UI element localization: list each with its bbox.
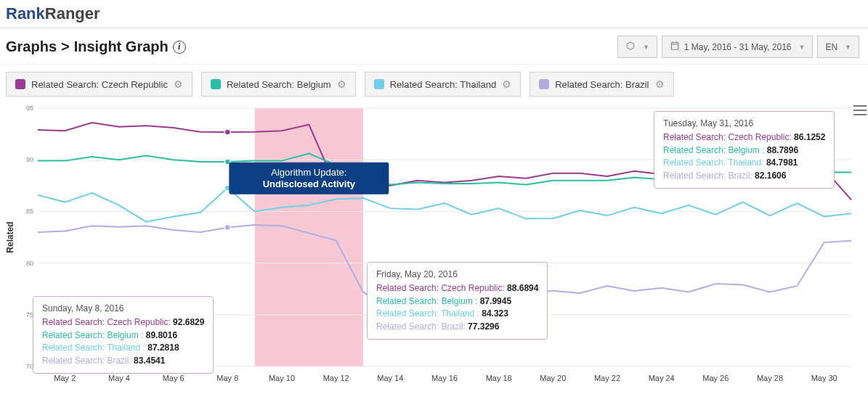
- series-swatch: [539, 79, 549, 89]
- chevron-down-icon: ▼: [643, 44, 649, 51]
- x-tick-label: May 18: [486, 374, 512, 382]
- y-tick-label: 80: [26, 260, 33, 267]
- x-tick-label: May 16: [431, 374, 458, 382]
- series-pill-label: Related Search: Brazil: [555, 79, 649, 90]
- series-pill-belgium[interactable]: Related Search: Belgium ⚙: [201, 72, 356, 97]
- language-button[interactable]: EN ▼: [817, 36, 859, 58]
- x-tick-label: May 10: [269, 374, 295, 382]
- series-marker[interactable]: [224, 224, 230, 230]
- calendar-icon: [670, 41, 680, 53]
- chart-menu-icon[interactable]: [853, 105, 867, 115]
- x-tick-label: May 20: [540, 374, 566, 382]
- tooltip-row: Related Search: Thailand : 87.2818: [42, 342, 204, 354]
- app-logo: RankRanger: [0, 0, 868, 25]
- tooltip-may8: Sunday, May 8, 2016Related Search: Czech…: [33, 296, 214, 374]
- series-swatch: [211, 79, 221, 89]
- series-swatch: [15, 79, 25, 89]
- series-pill-brazil[interactable]: Related Search: Brazil⚙: [530, 72, 673, 97]
- gear-icon[interactable]: ⚙: [174, 78, 183, 90]
- tooltip-row: Related Search: Brazil: 82.1606: [663, 170, 825, 182]
- cube-menu-button[interactable]: ▼: [617, 36, 657, 58]
- tooltip-row: Related Search: Belgium : 89.8016: [42, 329, 204, 342]
- x-tick-label: May 22: [594, 374, 620, 382]
- tooltip-row: Related Search: Brazil: 77.3296: [376, 321, 538, 333]
- breadcrumb-sep: >: [61, 38, 70, 55]
- tooltip-row: Related Search: Czech Republic: 88.6894: [376, 282, 538, 295]
- x-tick-label: May 6: [163, 374, 184, 382]
- chart-panel: 707580859095RelatedMay 2May 4May 6May 8M…: [0, 104, 868, 390]
- series-pill-row: Related Search: Czech Republic⚙Related S…: [0, 65, 868, 104]
- tooltip-may20: Friday, May 20, 2016Related Search: Czec…: [367, 262, 548, 340]
- breadcrumb: Graphs > Insight Graph i: [6, 38, 186, 55]
- x-tick-label: May 12: [323, 374, 349, 382]
- tooltip-may31: Tuesday, May 31, 2016Related Search: Cze…: [654, 111, 835, 189]
- series-pill-thailand[interactable]: Related Search: Thailand⚙: [365, 72, 521, 97]
- breadcrumb-leaf: Insight Graph: [74, 38, 169, 55]
- gear-icon[interactable]: ⚙: [655, 78, 665, 90]
- series-marker[interactable]: [224, 129, 230, 135]
- date-range-button[interactable]: 1 May, 2016 - 31 May, 2016 ▼: [662, 36, 814, 58]
- algorithm-update-line2: Undisclosed Activity: [263, 179, 356, 189]
- y-tick-label: 85: [26, 208, 33, 215]
- logo-part-ranger: Ranger: [45, 4, 100, 22]
- series-pill-czech[interactable]: Related Search: Czech Republic⚙: [6, 72, 192, 97]
- x-tick-label: May 30: [811, 374, 837, 382]
- y-axis-title: Related: [5, 221, 15, 253]
- tooltip-date: Tuesday, May 31, 2016: [663, 118, 825, 130]
- x-tick-label: May 8: [216, 374, 238, 382]
- y-tick-label: 95: [26, 104, 33, 112]
- tooltip-row: Related Search: Thailand : 84.323: [376, 308, 538, 320]
- tooltip-row: Related Search: Brazil: 83.4541: [42, 355, 204, 367]
- tooltip-date: Friday, May 20, 2016: [376, 268, 538, 281]
- x-tick-label: May 2: [54, 374, 76, 382]
- x-tick-label: May 28: [757, 374, 783, 382]
- language-label: EN: [825, 42, 837, 52]
- y-tick-label: 90: [26, 156, 33, 163]
- series-pill-label: Related Search: Thailand: [390, 79, 496, 90]
- tooltip-row: Related Search: Czech Republic: 92.6829: [42, 316, 204, 329]
- algorithm-update-band: [255, 108, 363, 366]
- x-tick-label: May 4: [108, 374, 130, 382]
- logo-part-rank: Rank: [6, 4, 45, 22]
- tooltip-row: Related Search: Belgium : 87.9945: [376, 295, 538, 308]
- gear-icon[interactable]: ⚙: [337, 78, 346, 90]
- x-tick-label: May 14: [377, 374, 403, 382]
- x-tick-label: May 24: [649, 374, 675, 382]
- breadcrumb-root[interactable]: Graphs: [6, 38, 57, 55]
- cube-icon: [625, 41, 636, 53]
- title-bar: Graphs > Insight Graph i ▼ 1 May, 2016 -…: [0, 28, 868, 65]
- gear-icon[interactable]: ⚙: [502, 78, 511, 90]
- series-swatch: [374, 79, 384, 89]
- x-tick-label: May 26: [702, 374, 729, 382]
- tooltip-date: Sunday, May 8, 2016: [42, 303, 204, 315]
- series-pill-label: Related Search: Belgium: [227, 79, 331, 90]
- info-icon[interactable]: i: [173, 41, 186, 54]
- series-pill-label: Related Search: Czech Republic: [31, 79, 168, 90]
- algorithm-update-line1: Algorithm Update:: [271, 167, 346, 178]
- tooltip-row: Related Search: Czech Republic: 86.1252: [663, 131, 825, 144]
- series-line[interactable]: [38, 188, 851, 222]
- tooltip-row: Related Search: Belgium : 88.7896: [663, 144, 825, 157]
- toolbar-right: ▼ 1 May, 2016 - 31 May, 2016 ▼ EN ▼: [617, 36, 859, 58]
- chevron-down-icon: ▼: [845, 44, 851, 51]
- chevron-down-icon: ▼: [798, 44, 805, 51]
- tooltip-row: Related Search: Thailand: 84.7981: [663, 157, 825, 169]
- date-range-label: 1 May, 2016 - 31 May, 2016: [684, 42, 792, 52]
